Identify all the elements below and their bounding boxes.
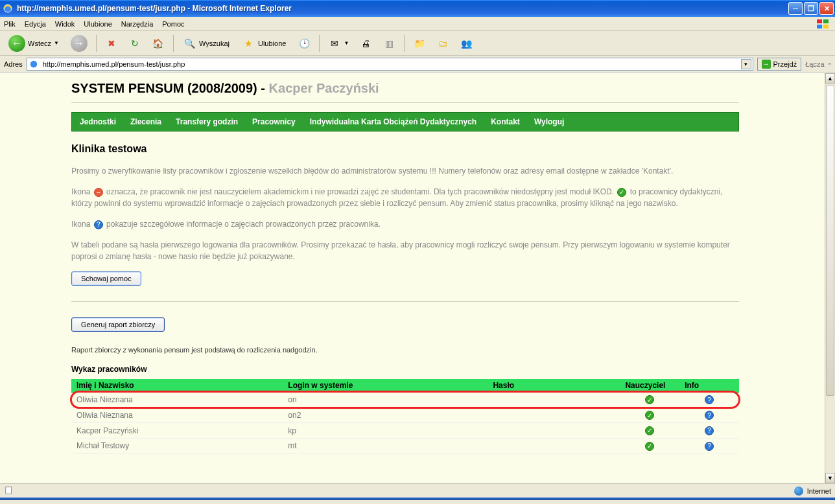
print-button[interactable]: 🖨 — [356, 34, 375, 52]
window-close-button[interactable]: ✕ — [819, 2, 834, 15]
back-icon: ← — [8, 35, 25, 52]
table-title: Wykaz pracowników — [71, 365, 739, 374]
svg-rect-2 — [823, 19, 829, 23]
status-left — [4, 485, 14, 496]
section-heading: Klinika testowa — [71, 143, 739, 155]
browser-viewport: SYSTEM PENSUM (2008/2009) - Kacper Paczy… — [0, 73, 835, 483]
table-row[interactable]: Michał Testowymt✓? — [71, 438, 739, 453]
nav-kontakt[interactable]: Kontakt — [491, 117, 520, 126]
cell-name: Oliwia Nieznana — [71, 392, 283, 407]
scroll-down-button[interactable]: ▼ — [825, 473, 835, 483]
menu-widok[interactable]: Widok — [55, 20, 75, 28]
question-circle-icon: ? — [94, 220, 103, 229]
cell-pass — [488, 407, 620, 423]
check-circle-icon: ✓ — [645, 426, 654, 435]
scroll-track[interactable] — [825, 84, 835, 473]
messenger-button[interactable]: 👥 — [456, 34, 476, 52]
address-combo[interactable]: ▾ — [27, 58, 753, 71]
question-circle-icon: ? — [705, 395, 714, 404]
menu-plik[interactable]: Plik — [4, 20, 16, 28]
home-button[interactable]: 🏠 — [148, 34, 168, 52]
security-zone: Internet — [807, 487, 831, 495]
separator — [319, 35, 320, 52]
cell-login: on — [283, 392, 488, 407]
folder-button[interactable]: 📁 — [410, 34, 429, 52]
hide-help-button[interactable]: Schowaj pomoc — [71, 271, 141, 286]
address-label: Adres — [4, 60, 23, 68]
favorites-button[interactable]: ★ Ulubione — [238, 34, 290, 52]
nav-transfery[interactable]: Transfery godzin — [176, 117, 238, 126]
history-button[interactable]: 🕑 — [294, 34, 314, 52]
go-icon: → — [762, 60, 771, 69]
scroll-up-button[interactable]: ▲ — [825, 73, 835, 84]
print-icon: 🖨 — [359, 37, 372, 50]
stop-button[interactable]: ✖ — [102, 34, 121, 52]
folder-icon: 📁 — [413, 37, 426, 50]
th-info: Info — [679, 379, 739, 393]
cell-pass — [488, 423, 620, 439]
address-input[interactable] — [41, 59, 738, 69]
nav-pracownicy[interactable]: Pracownicy — [252, 117, 296, 126]
page-title: SYSTEM PENSUM (2008/2009) - Kacper Paczy… — [71, 78, 739, 103]
menu-narzedzia[interactable]: Narzędzia — [121, 20, 154, 28]
scroll-thumb[interactable] — [826, 85, 834, 396]
mail-button[interactable]: ✉▼ — [325, 34, 352, 52]
folders-button[interactable]: 🗂 — [433, 34, 453, 52]
edit-icon: ▥ — [382, 37, 395, 50]
svg-rect-6 — [6, 487, 12, 494]
address-dropdown-button[interactable]: ▾ — [741, 59, 751, 69]
edit-button[interactable]: ▥ — [379, 34, 399, 52]
window-restore-button[interactable]: ❐ — [804, 2, 818, 15]
table-row[interactable]: Kacper Paczyńskikp✓? — [71, 423, 739, 439]
cell-teacher[interactable]: ✓ — [620, 423, 679, 439]
forward-icon: → — [71, 35, 88, 52]
cell-name: Oliwia Nieznana — [71, 407, 283, 423]
svg-rect-4 — [823, 25, 829, 29]
mail-icon: ✉ — [328, 37, 341, 50]
search-button[interactable]: 🔍 Wyszukaj — [179, 34, 234, 52]
cell-info[interactable]: ? — [679, 392, 739, 407]
nav-ikod[interactable]: Indywidualna Karta Obciążeń Dydaktycznyc… — [310, 117, 476, 126]
nav-wyloguj[interactable]: Wyloguj — [534, 117, 564, 126]
table-row[interactable]: Oliwia Nieznanaon✓? — [71, 392, 739, 407]
cell-info[interactable]: ? — [679, 438, 739, 453]
cell-teacher[interactable]: ✓ — [620, 438, 679, 453]
cell-teacher[interactable]: ✓ — [620, 407, 679, 423]
search-icon: 🔍 — [183, 37, 196, 50]
nav-jednostki[interactable]: Jednostki — [80, 117, 116, 126]
people-icon: 👥 — [460, 37, 473, 50]
th-pass: Hasło — [488, 379, 620, 393]
vertical-scrollbar[interactable]: ▲ ▼ — [825, 73, 835, 483]
th-login: Login w systemie — [283, 379, 488, 393]
table-row[interactable]: Oliwia Nieznanaon2✓? — [71, 407, 739, 423]
toolbar: ← Wstecz ▼ → ✖ ↻ 🏠 🔍 Wyszukaj ★ Ulubione… — [0, 31, 835, 56]
generate-report-button[interactable]: Generuj raport zbiorczy — [71, 317, 165, 332]
cell-info[interactable]: ? — [679, 423, 739, 439]
divider — [71, 301, 739, 302]
menu-edycja[interactable]: Edycja — [25, 20, 46, 28]
go-label: Przejdź — [773, 60, 797, 68]
window-minimize-button[interactable]: ─ — [788, 2, 803, 15]
history-icon: 🕑 — [298, 37, 311, 50]
question-circle-icon: ? — [705, 442, 714, 451]
system-title-text: SYSTEM PENSUM (2008/2009) - — [71, 81, 269, 95]
cell-teacher[interactable]: ✓ — [620, 392, 679, 407]
cell-login: mt — [283, 438, 488, 453]
menu-ulubione[interactable]: Ulubione — [84, 20, 112, 28]
windows-flag-icon — [816, 18, 831, 30]
nav-zlecenia[interactable]: Zlecenia — [130, 117, 161, 126]
question-circle-icon: ? — [705, 426, 714, 435]
menu-bar: Plik Edycja Widok Ulubione Narzędzia Pom… — [0, 17, 835, 31]
go-button[interactable]: → Przejdź — [757, 58, 802, 71]
minus-circle-icon: – — [94, 188, 103, 197]
cell-info[interactable]: ? — [679, 407, 739, 423]
links-label[interactable]: Łącza — [805, 60, 824, 68]
forward-button[interactable]: → — [67, 34, 91, 52]
refresh-button[interactable]: ↻ — [125, 34, 145, 52]
help-paragraph-4: W tabeli podane są hasła pierwszego logo… — [71, 239, 739, 262]
cell-pass — [488, 392, 620, 407]
menu-pomoc[interactable]: Pomoc — [162, 20, 184, 28]
help-paragraph-2: Ikona – oznacza, że pracownik nie jest n… — [71, 186, 739, 209]
report-note: Raport zbiorczy z wykonania pensum jest … — [71, 345, 739, 356]
back-button[interactable]: ← Wstecz ▼ — [4, 34, 64, 52]
